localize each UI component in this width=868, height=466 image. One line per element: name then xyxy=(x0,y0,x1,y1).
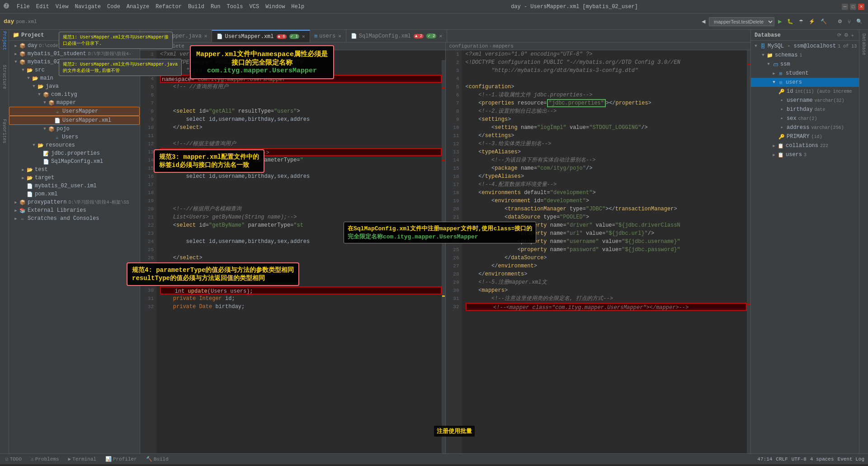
settings-button[interactable]: ⚙ xyxy=(836,18,844,25)
search-button[interactable]: 🔍 xyxy=(854,18,864,25)
tree-arrow-main: ▼ xyxy=(25,76,32,81)
tree-item-users-java[interactable]: ☕ Users xyxy=(9,133,140,141)
favorites-sidebar-tab[interactable]: Favorites xyxy=(0,122,9,140)
menu-vcs[interactable]: VCS xyxy=(247,3,262,11)
tree-item-resources[interactable]: ▼ 📂 resources xyxy=(9,141,140,149)
tree-item-main[interactable]: ▼ 📂 main xyxy=(9,74,140,82)
run-button[interactable]: ▶ xyxy=(776,18,783,25)
db-item-collations[interactable]: ▶ 📋 collations 222 xyxy=(751,141,859,150)
maximize-button[interactable]: □ xyxy=(850,4,856,10)
tab-close-sqlmap[interactable]: ✕ xyxy=(439,33,442,39)
tab-label-users: users xyxy=(319,33,335,39)
db-settings-button[interactable]: ⚙ xyxy=(843,32,850,38)
db-item-address-col[interactable]: ▪ address varchar(256) xyxy=(751,123,859,132)
db-birthday-label: birthday xyxy=(787,106,813,113)
build-button[interactable]: 🔨 xyxy=(819,18,829,25)
db-item-id-col[interactable]: 🔑 id int(11) (auto increme xyxy=(751,87,859,96)
menu-navigate[interactable]: Navigate xyxy=(72,3,104,11)
problems-tab[interactable]: ⚠ Problems xyxy=(29,455,61,463)
menu-window[interactable]: Window xyxy=(263,3,288,11)
menu-help[interactable]: Help xyxy=(288,3,307,11)
tree-arrow-java: ▼ xyxy=(31,84,37,89)
r-code-line-10: <setting name="logImpl" value="STDOUT_LO… xyxy=(466,124,747,132)
minimize-button[interactable]: ─ xyxy=(842,4,848,10)
db-item-users[interactable]: ▼ ⊞ users xyxy=(751,78,859,87)
left-code-area[interactable]: 12345 678910 1112131415 1617181920 21222… xyxy=(140,50,445,453)
tab-users[interactable]: ⊞ users ✕ xyxy=(310,30,346,42)
db-add-button[interactable]: + xyxy=(850,32,855,38)
tree-item-src[interactable]: ▼ 📂 src xyxy=(9,66,140,74)
tree-item-pom[interactable]: 📄 pom.xml xyxy=(9,190,140,198)
db-users-group-count: 3 xyxy=(804,152,807,157)
tree-item-java[interactable]: ▼ 📂 java xyxy=(9,82,140,90)
db-item-schemas[interactable]: ▼ 📁 schemas 1 xyxy=(751,51,859,60)
db-item-username-col[interactable]: ▪ username varchar(32) xyxy=(751,96,859,105)
menu-run[interactable]: Run xyxy=(208,3,223,11)
git-button[interactable]: ⑂ xyxy=(846,18,853,25)
terminal-tab[interactable]: ▶ Terminal xyxy=(66,455,98,463)
folder-icon-proxy: 📦 xyxy=(19,199,26,206)
tree-item-scratches[interactable]: ▶ ✏ Scratches and Consoles xyxy=(9,214,140,223)
menu-edit[interactable]: Edit xyxy=(33,3,52,11)
tree-item-proxypattern[interactable]: ▶ 📦 proxypattern D:\学习阶段\阶段4-框架\SS xyxy=(9,198,140,206)
project-sidebar-tab[interactable]: Project xyxy=(0,32,9,50)
menu-code[interactable]: Code xyxy=(104,3,123,11)
menu-view[interactable]: View xyxy=(53,3,71,11)
left-code-content[interactable]: <?xml version="1.0" encoding="UTI <!DOCT… xyxy=(156,50,445,453)
code-line-18 xyxy=(160,189,442,197)
tree-item-mybatis01[interactable]: ▶ 📦 mybatis_01_student D:\学习阶段\阶段4- xyxy=(9,50,140,58)
run-config-back-button[interactable]: ◀ xyxy=(700,18,707,25)
tree-item-pojo[interactable]: ▼ 📦 pojo xyxy=(9,125,140,133)
tree-item-usersmapper-xml[interactable]: 📄 UsersMapper.xml xyxy=(9,116,140,125)
menu-build[interactable]: Build xyxy=(185,3,207,11)
tree-item-sqlmap[interactable]: 📄 SqlMapConfig.xml xyxy=(9,157,140,166)
todo-tab[interactable]: ☑ TODO xyxy=(4,455,24,463)
menu-tools[interactable]: Tools xyxy=(224,3,246,11)
code-line-5: <!-- //查询所有用户 xyxy=(160,83,442,91)
event-log-button[interactable]: Event Log xyxy=(838,456,864,462)
tree-item-test[interactable]: ▶ 📂 test xyxy=(9,166,140,174)
db-item-mysql-conn[interactable]: ▼ 🗄 MySQL - ssm@localhost 1 of 13 xyxy=(751,42,859,51)
db-item-primary[interactable]: 🔑 PRIMARY (id) xyxy=(751,132,859,141)
tree-item-comityg[interactable]: ▼ 📦 com.ityg xyxy=(9,90,140,99)
database-tab-icon[interactable]: Database xyxy=(859,32,868,57)
run-config-selector[interactable]: mapperTest.testDelete xyxy=(709,17,774,26)
col-icon-sex: ▪ xyxy=(778,115,785,122)
coverage-button[interactable]: ☂ xyxy=(797,18,805,25)
right-code-content[interactable]: <?xml version="1.0" encoding="UTF-8" ?> … xyxy=(462,50,751,453)
tab-usersmapper-xml[interactable]: 📄 UsersMapper.xml ▲ 6 ✓ 1 ✕ xyxy=(212,30,310,42)
profile-button[interactable]: ⚡ xyxy=(807,18,817,25)
debug-button[interactable]: 🐛 xyxy=(785,18,795,25)
db-item-student[interactable]: ▶ ⊞ student xyxy=(751,69,859,78)
db-item-users-group[interactable]: ▶ 📋 users 3 xyxy=(751,150,859,159)
tree-item-mybatis02[interactable]: ▼ 📦 mybatis_02_user D:\学习阶段\阶段4- xyxy=(9,58,140,66)
tree-item-target[interactable]: ▶ 📂 target xyxy=(9,174,140,182)
menu-file[interactable]: File xyxy=(14,3,33,11)
menu-refactor[interactable]: Refactor xyxy=(153,3,184,11)
tab-close-xml[interactable]: ✕ xyxy=(302,33,305,39)
code-line-10: </select> xyxy=(160,124,442,132)
structure-sidebar-tab[interactable]: Structure xyxy=(0,68,9,86)
tree-item-mapper[interactable]: ▼ 📦 mapper xyxy=(9,99,140,107)
profiler-tab[interactable]: 📊 Profiler xyxy=(104,455,139,463)
tree-item-day[interactable]: ▶ 📦 day D:\code\test\day xyxy=(9,42,140,50)
right-code-area[interactable]: 12345 678910 1112131415 1617181920 21222… xyxy=(446,50,751,453)
build-tab[interactable]: 🔨 Build xyxy=(144,455,170,463)
db-refresh-button[interactable]: ⟳ xyxy=(836,32,843,38)
tab-sqlmapconfig[interactable]: 📄 SqlMapConfig.xml ▲ 2 ✓ 2 ✕ xyxy=(346,30,447,42)
tab-close-java[interactable]: ✕ xyxy=(204,33,208,39)
tree-item-iml[interactable]: 📄 mybatis_02_user.iml xyxy=(9,182,140,190)
tab-close-users[interactable]: ✕ xyxy=(338,33,341,39)
db-item-ssm[interactable]: ▼ 🗃 ssm xyxy=(751,60,859,69)
tree-item-usersmapper-java[interactable]: ☕ UsersMapper xyxy=(9,107,140,116)
settings-panel-button[interactable]: ⚙ xyxy=(129,32,136,38)
db-item-sex-col[interactable]: ▪ sex char(2) xyxy=(751,114,859,123)
close-button[interactable]: ✕ xyxy=(858,4,864,10)
menu-analyze[interactable]: Analyze xyxy=(124,3,152,11)
tree-item-extlibs[interactable]: ▶ 📚 External Libraries xyxy=(9,206,140,214)
status-position: 47:14 xyxy=(757,456,772,462)
collapse-all-button[interactable]: ≡ xyxy=(123,32,128,38)
db-item-birthday-col[interactable]: ▪ birthday date xyxy=(751,105,859,114)
tree-item-jdbc[interactable]: 📝 jdbc.properties xyxy=(9,149,140,157)
tab-usersmapper-java[interactable]: ☕ UsersMapper.java ✕ xyxy=(140,30,212,42)
